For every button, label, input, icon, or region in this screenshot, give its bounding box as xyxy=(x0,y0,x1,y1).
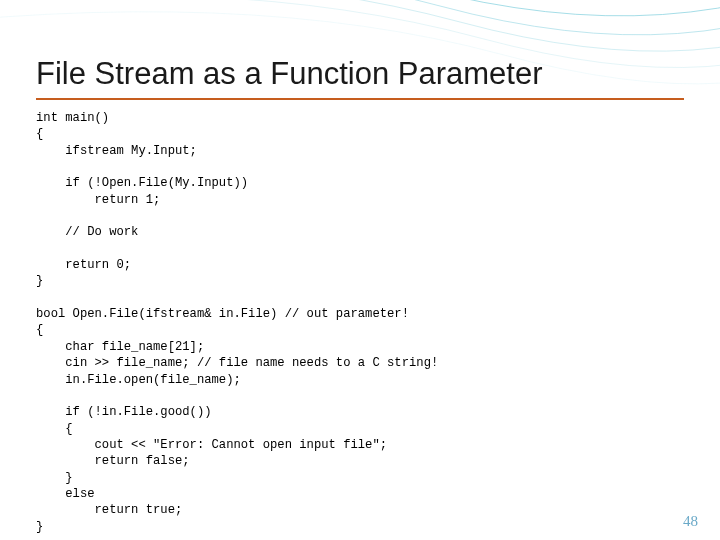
code-block: int main() { ifstream My.Input; if (!Ope… xyxy=(36,110,684,535)
page-number: 48 xyxy=(683,513,698,530)
title-underline xyxy=(36,98,684,100)
slide-title: File Stream as a Function Parameter xyxy=(36,56,684,92)
